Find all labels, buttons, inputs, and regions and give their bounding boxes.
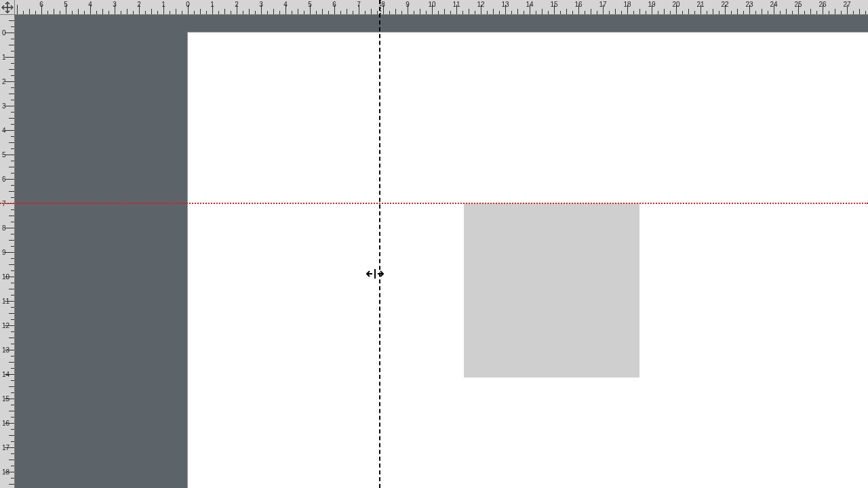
v-ruler-tick [11,307,14,308]
v-ruler-tick [9,386,14,387]
h-ruler-tick [243,11,243,14]
h-ruler-tick [231,11,231,14]
h-ruler-label: 20 [672,1,679,8]
h-ruler-tick [694,11,695,14]
h-ruler-tick [585,11,585,14]
h-ruler-tick [292,11,292,14]
h-ruler-tick [371,9,372,14]
h-ruler-tick [719,11,719,14]
h-ruler-tick [145,11,146,14]
v-ruler-label: 15 [2,395,9,403]
v-ruler-label: 3 [2,102,6,110]
v-ruler-tick [5,106,14,106]
h-ruler-label: 10 [428,1,435,8]
h-ruler-tick [780,11,781,14]
h-ruler-tick [438,11,439,14]
h-ruler-tick [511,11,512,14]
v-ruler-tick [11,112,14,113]
v-ruler-label: 16 [2,420,9,427]
v-ruler-tick [11,331,14,332]
app-root: 6543210123456789101112131415161718192021… [0,0,868,488]
h-ruler-tick [23,11,24,14]
h-ruler-tick [182,11,182,14]
v-ruler-label: 5 [2,151,6,159]
v-ruler-tick [11,368,14,369]
v-ruler-tick [9,338,14,338]
v-ruler-label: 1 [2,54,6,61]
h-ruler-tick [792,11,793,14]
ruler-origin-corner[interactable] [0,0,15,15]
h-ruler-tick [395,9,396,14]
h-ruler-tick [157,11,158,14]
h-ruler-label: 18 [623,1,631,8]
v-ruler-tick [11,429,14,430]
h-ruler-tick [707,11,707,14]
horizontal-ruler[interactable]: 6543210123456789101112131415161718192021… [15,0,868,15]
v-ruler-label: 10 [2,273,9,281]
h-ruler-tick [536,11,536,14]
v-ruler-label: 2 [2,78,6,85]
v-ruler-tick [9,484,14,485]
v-ruler-tick [9,45,14,45]
h-ruler-tick [493,9,494,14]
v-ruler-tick [11,161,14,161]
h-ruler-tick [548,11,549,14]
v-ruler-tick [9,94,14,94]
h-ruler-tick [255,11,256,14]
h-ruler-tick [743,11,744,14]
h-ruler-label: 12 [477,1,484,8]
h-ruler-tick [298,9,298,14]
h-ruler-tick [353,11,353,14]
h-ruler-label: 17 [599,1,606,8]
v-ruler-tick [5,203,14,204]
v-ruler-label: 7 [2,200,6,207]
h-ruler-tick [597,11,597,14]
h-ruler-tick [47,11,48,14]
rectangle-shape[interactable] [464,203,639,378]
canvas-workspace[interactable] [15,15,868,488]
h-ruler-tick [639,9,640,14]
h-ruler-tick [444,9,445,14]
v-ruler-tick [9,191,14,192]
h-ruler-tick [389,11,390,14]
v-ruler-tick [11,173,14,174]
h-ruler-label: 23 [745,1,753,8]
v-ruler-tick [9,216,14,216]
v-ruler-tick [9,435,14,436]
vertical-ruler[interactable]: 0123456789101112131415161718 [0,15,15,488]
v-ruler-tick [9,20,14,21]
h-ruler-label: 25 [794,1,802,8]
h-ruler-tick [658,11,658,14]
h-ruler-label: 8 [381,1,385,8]
v-ruler-tick [11,209,14,210]
h-ruler-tick [517,9,518,14]
v-ruler-tick [11,26,14,27]
h-ruler-tick [487,11,488,14]
v-ruler-tick [5,130,14,131]
v-ruler-tick [11,380,14,381]
v-ruler-tick [9,411,14,411]
h-ruler-tick [176,9,176,14]
h-ruler-tick [340,11,341,14]
h-ruler-tick [670,11,671,14]
v-ruler-tick [11,75,14,76]
v-ruler-tick [9,362,14,363]
v-ruler-tick [9,69,14,70]
v-ruler-tick [9,313,14,314]
v-ruler-label: 9 [2,249,6,256]
h-ruler-tick [401,11,402,14]
h-ruler-tick [194,11,195,14]
v-ruler-tick [11,417,14,418]
v-ruler-tick [5,33,14,33]
v-ruler-label: 17 [2,444,9,451]
h-ruler-tick [35,11,36,14]
h-ruler-tick [646,11,646,14]
h-ruler-tick [347,9,347,14]
h-ruler-tick [841,11,842,14]
h-ruler-tick [524,11,524,14]
h-ruler-tick [853,11,854,14]
h-ruler-tick [731,11,732,14]
v-ruler-tick [11,405,14,405]
v-ruler-tick [11,148,14,149]
h-ruler-tick [462,11,463,14]
